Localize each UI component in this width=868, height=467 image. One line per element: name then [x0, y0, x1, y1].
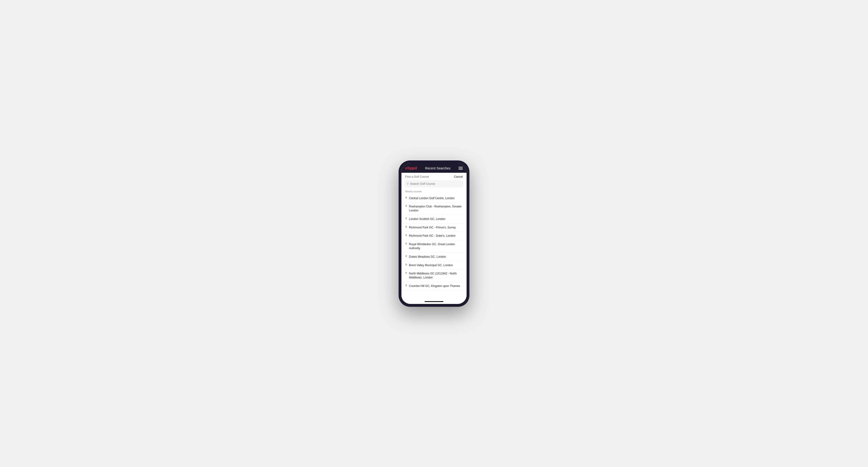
svg-point-2 — [406, 218, 406, 218]
list-item[interactable]: Dukes Meadows GC, London — [401, 253, 467, 261]
list-item[interactable]: Richmond Park GC - Duke's, London — [401, 232, 467, 240]
svg-point-8 — [406, 272, 406, 273]
course-name: Brent Valley Municipal GC, London — [409, 263, 453, 268]
list-item[interactable]: Central London Golf Centre, London — [401, 194, 467, 203]
nav-title: Recent Searches — [425, 166, 450, 170]
app-screen: clippd Recent Searches Find a Golf Cours… — [401, 163, 467, 304]
pin-icon — [405, 284, 407, 287]
course-name: London Scottish GC, London — [409, 217, 445, 221]
list-item[interactable]: Coombe Hill GC, Kingston upon Thames — [401, 282, 467, 290]
svg-point-5 — [406, 243, 406, 244]
cancel-button[interactable]: Cancel — [454, 175, 463, 178]
content-area: Find a Golf Course Cancel ⚲ Nearby cours… — [401, 173, 467, 304]
search-input[interactable] — [410, 182, 461, 185]
svg-point-4 — [406, 235, 406, 235]
course-name: Richmond Park GC - Prince's, Surrey — [409, 226, 456, 229]
nav-bar: clippd Recent Searches — [401, 163, 467, 173]
pin-icon — [405, 196, 407, 199]
list-item[interactable]: London Scottish GC, London — [401, 215, 467, 223]
pin-icon — [405, 255, 407, 258]
list-item[interactable]: North Middlesex GC (1011942 - North Midd… — [401, 270, 467, 282]
svg-point-1 — [406, 205, 406, 206]
list-item[interactable]: Brent Valley Municipal GC, London — [401, 261, 467, 270]
search-icon: ⚲ — [407, 182, 409, 185]
find-header: Find a Golf Course Cancel — [401, 173, 467, 180]
phone-frame: clippd Recent Searches Find a Golf Cours… — [399, 160, 469, 307]
course-name: Central London Golf Centre, London — [409, 196, 455, 200]
list-item[interactable]: Richmond Park GC - Prince's, Surrey — [401, 223, 467, 232]
menu-icon[interactable] — [459, 167, 463, 170]
pin-icon — [405, 272, 407, 275]
svg-point-3 — [406, 226, 406, 227]
pin-icon — [405, 217, 407, 220]
pin-icon — [405, 226, 407, 229]
course-name: North Middlesex GC (1011942 - North Midd… — [409, 272, 463, 280]
course-name: Richmond Park GC - Duke's, London — [409, 234, 456, 238]
phone-screen: clippd Recent Searches Find a Golf Cours… — [401, 163, 467, 304]
search-box: ⚲ — [404, 180, 464, 187]
find-label: Find a Golf Course — [405, 175, 429, 178]
svg-point-6 — [406, 255, 406, 256]
list-item[interactable]: Royal Wimbledon GC, Great London Authori… — [401, 240, 467, 253]
pin-icon — [405, 243, 407, 245]
pin-icon — [405, 205, 407, 208]
app-logo: clippd — [405, 166, 417, 170]
course-name: Royal Wimbledon GC, Great London Authori… — [409, 242, 463, 250]
home-indicator — [401, 300, 467, 304]
svg-point-7 — [406, 264, 406, 264]
home-bar — [425, 301, 443, 302]
svg-point-9 — [406, 285, 406, 285]
course-name: Roehampton Club - Roehampton, Greater Lo… — [409, 205, 463, 213]
list-item[interactable]: Roehampton Club - Roehampton, Greater Lo… — [401, 203, 467, 215]
nearby-section-label: Nearby courses — [401, 189, 467, 194]
svg-point-0 — [406, 197, 406, 197]
course-name: Coombe Hill GC, Kingston upon Thames — [409, 284, 460, 288]
pin-icon — [405, 263, 407, 267]
courses-list: Central London Golf Centre, London Roeha… — [401, 194, 467, 300]
pin-icon — [405, 234, 407, 237]
course-name: Dukes Meadows GC, London — [409, 255, 446, 259]
